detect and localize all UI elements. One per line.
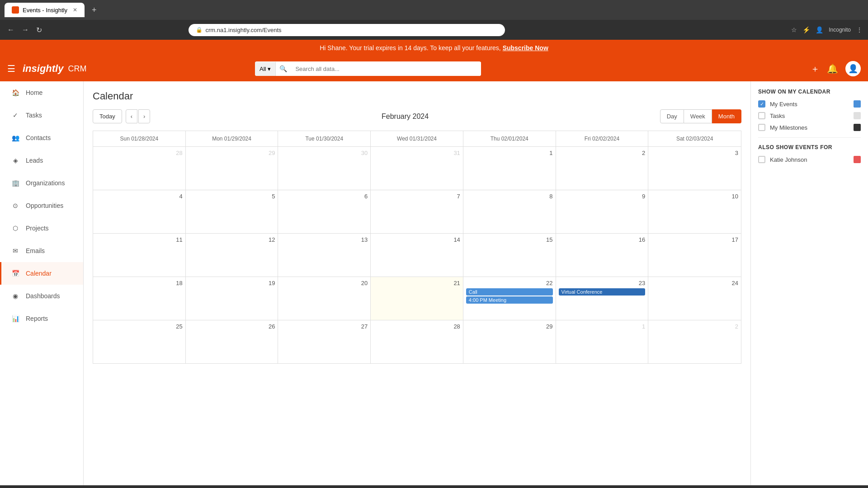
calendar-cell[interactable]: 22Call4:00 PM Meeting [463, 277, 556, 320]
sidebar-item-projects[interactable]: ⬡ Projects [0, 217, 83, 239]
header-icons: ＋ 🔔 👤 [811, 61, 861, 76]
sidebar-item-tasks[interactable]: ✓ Tasks [0, 104, 83, 127]
search-filter-label: All [259, 66, 266, 72]
calendar-cell[interactable]: 3 [648, 147, 741, 190]
calendar-cell[interactable]: 5 [186, 190, 278, 233]
col-header-sat: Sat 02/03/2024 [648, 131, 741, 147]
milestones-checkbox[interactable] [758, 124, 765, 131]
calendar-cell[interactable]: 11 [93, 234, 186, 277]
sidebar-label-dashboards: Dashboards [26, 292, 60, 300]
calendar-cell[interactable]: 17 [648, 234, 741, 277]
calendar-cell[interactable]: 26 [186, 320, 278, 363]
sidebar-item-reports[interactable]: 📊 Reports [0, 307, 83, 330]
calendar-cell[interactable]: 21 [371, 277, 463, 320]
calendar-cell[interactable]: 1 [463, 147, 556, 190]
calendar-event[interactable]: Call [466, 288, 553, 296]
calendar-cell[interactable]: 24 [648, 277, 741, 320]
today-button[interactable]: Today [93, 109, 122, 123]
calendar-cell[interactable]: 13 [278, 234, 371, 277]
calendar-cell[interactable]: 16 [556, 234, 649, 277]
calendar-cell[interactable]: 27 [278, 320, 371, 363]
show-on-calendar-title: SHOW ON MY CALENDAR [758, 89, 861, 95]
calendar-date: 15 [466, 236, 553, 243]
reload-button[interactable]: ↻ [34, 24, 44, 36]
calendar-cell[interactable]: 31 [371, 147, 463, 190]
calendar-cell[interactable]: 23Virtual Conference [556, 277, 649, 320]
calendar-cell[interactable]: 28 [93, 147, 186, 190]
back-button[interactable]: ← [5, 24, 16, 36]
lock-icon: 🔒 [196, 27, 203, 33]
calendar-cell[interactable]: 14 [371, 234, 463, 277]
calendar-cell[interactable]: 29 [186, 147, 278, 190]
incognito-label: Incognito [829, 27, 851, 33]
dropdown-chevron: ▾ [268, 66, 271, 72]
calendar-cell[interactable]: 19 [186, 277, 278, 320]
tasks-checkbox[interactable] [758, 112, 765, 119]
menu-icon[interactable]: ⋮ [856, 26, 863, 33]
forward-button[interactable]: → [20, 24, 31, 36]
calendar-cell[interactable]: 18 [93, 277, 186, 320]
my-events-option: ✓ My Events [758, 100, 861, 108]
calendar-cell[interactable]: 10 [648, 190, 741, 233]
calendar-cell[interactable]: 29 [463, 320, 556, 363]
sidebar-item-opportunities[interactable]: ⊙ Opportunities [0, 194, 83, 217]
tasks-label: Tasks [770, 113, 849, 119]
leads-icon: ◈ [10, 155, 20, 165]
new-tab-button[interactable]: + [88, 4, 100, 17]
address-bar[interactable]: 🔒 crm.na1.insightly.com/Events [189, 24, 505, 36]
bookmark-icon[interactable]: ☆ [791, 26, 797, 33]
subscribe-link[interactable]: Subscribe Now [503, 44, 548, 52]
katie-label: Katie Johnson [770, 156, 849, 163]
hamburger-menu[interactable]: ☰ [7, 63, 15, 74]
sidebar-item-leads[interactable]: ◈ Leads [0, 149, 83, 172]
calendar-event[interactable]: 4:00 PM Meeting [466, 296, 553, 304]
sidebar-item-dashboards[interactable]: ◉ Dashboards [0, 285, 83, 307]
sidebar-item-organizations[interactable]: 🏢 Organizations [0, 172, 83, 194]
global-search[interactable]: All ▾ 🔍 [255, 61, 481, 76]
sidebar-item-emails[interactable]: ✉ Emails [0, 239, 83, 262]
milestones-color [854, 124, 861, 131]
crm-label: CRM [68, 64, 86, 74]
opportunities-icon: ⊙ [10, 201, 20, 211]
calendar-cell[interactable]: 25 [93, 320, 186, 363]
sidebar-item-contacts[interactable]: 👥 Contacts [0, 127, 83, 149]
calendar-cell[interactable]: 30 [278, 147, 371, 190]
profile-icon[interactable]: 👤 [816, 26, 823, 33]
calendar-cell[interactable]: 8 [463, 190, 556, 233]
calendar-date: 14 [373, 236, 460, 243]
calendar-cell[interactable]: 7 [371, 190, 463, 233]
my-events-checkbox[interactable]: ✓ [758, 100, 765, 108]
calendar-event[interactable]: Virtual Conference [559, 288, 646, 296]
calendar-date: 6 [281, 193, 368, 200]
notifications-icon[interactable]: 🔔 [827, 63, 838, 74]
calendar-cell[interactable]: 4 [93, 190, 186, 233]
prev-month-button[interactable]: ‹ [126, 109, 137, 123]
calendar-date: 28 [373, 323, 460, 330]
calendar-cell[interactable]: 6 [278, 190, 371, 233]
extensions-icon[interactable]: ⚡ [802, 26, 810, 33]
search-filter-dropdown[interactable]: All ▾ [255, 62, 276, 76]
user-avatar[interactable]: 👤 [845, 61, 861, 76]
week-view-button[interactable]: Week [684, 109, 712, 123]
month-view-button[interactable]: Month [712, 109, 741, 123]
tab-close-button[interactable]: ✕ [73, 7, 77, 13]
katie-checkbox[interactable] [758, 156, 765, 163]
calendar-cell[interactable]: 28 [371, 320, 463, 363]
calendar-cell[interactable]: 15 [463, 234, 556, 277]
calendar-cell[interactable]: 12 [186, 234, 278, 277]
page-title: Calendar [93, 90, 741, 102]
calendar-cell[interactable]: 2 [556, 147, 649, 190]
calendar-cell[interactable]: 9 [556, 190, 649, 233]
calendar-cell[interactable]: 20 [278, 277, 371, 320]
next-month-button[interactable]: › [138, 109, 150, 123]
day-view-button[interactable]: Day [660, 109, 684, 123]
calendar-date: 29 [466, 323, 553, 330]
search-input[interactable] [291, 62, 481, 76]
calendar-controls: Today ‹ › February 2024 Day Week Month [93, 109, 741, 123]
browser-tab[interactable]: Events - Insightly ✕ [5, 3, 85, 17]
sidebar-item-calendar[interactable]: 📅 Calendar [0, 262, 83, 285]
calendar-cell[interactable]: 1 [556, 320, 649, 363]
calendar-cell[interactable]: 2 [648, 320, 741, 363]
add-icon[interactable]: ＋ [811, 63, 820, 75]
sidebar-item-home[interactable]: 🏠 Home [0, 81, 83, 104]
